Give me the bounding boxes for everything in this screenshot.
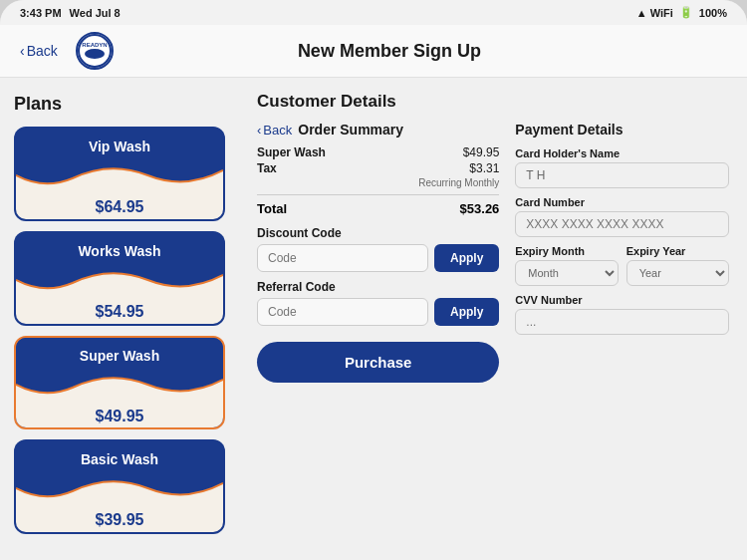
discount-code-label: Discount Code: [257, 226, 499, 240]
order-total-label: Total: [257, 201, 287, 216]
plan-wave-super: [16, 370, 223, 402]
referral-code-input-row: Apply: [257, 298, 499, 326]
payment-title: Payment Details: [515, 122, 729, 138]
svg-text:READYN: READYN: [82, 42, 107, 48]
order-super-wash-value: $49.95: [463, 145, 500, 159]
cardholder-label: Card Holder's Name: [515, 147, 729, 159]
plans-panel: Plans Vip Wash $64.95: [0, 78, 239, 560]
logo-circle: READYN: [76, 32, 114, 70]
plan-card-vip[interactable]: Vip Wash $64.95: [14, 127, 225, 221]
plan-name-super: Super Wash: [28, 348, 211, 370]
card-number-label: Card Number: [515, 196, 729, 208]
plan-header-vip: Vip Wash: [16, 129, 223, 160]
main-content: Plans Vip Wash $64.95: [0, 78, 747, 560]
plan-name-works: Works Wash: [28, 243, 211, 265]
svg-point-1: [85, 49, 105, 59]
cardholder-group: Card Holder's Name: [515, 147, 729, 188]
plan-card-super[interactable]: Super Wash $49.95: [14, 336, 225, 430]
chevron-left-icon: ‹: [20, 43, 25, 59]
back-label: Back: [27, 43, 58, 59]
order-summary-section: ‹ Back Order Summary Super Wash $49.95 T…: [257, 122, 499, 383]
order-line-tax: Tax $3.31: [257, 161, 499, 175]
order-tax-label: Tax: [257, 161, 277, 175]
cardholder-input[interactable]: [515, 162, 729, 188]
recurring-note: Recurring Monthly: [257, 177, 499, 188]
plan-price-section-works: $54.95: [16, 297, 223, 326]
discount-code-input-row: Apply: [257, 244, 499, 272]
order-divider: [257, 194, 499, 195]
back-button[interactable]: ‹ Back: [20, 43, 58, 59]
plan-price-section-vip: $64.95: [16, 192, 223, 221]
order-back-row: ‹ Back Order Summary: [257, 122, 499, 138]
plan-wave-vip: [16, 160, 223, 192]
battery-percent: 100%: [699, 7, 727, 19]
status-bar: 3:43 PM Wed Jul 8 ▲ WiFi 🔋 100%: [0, 0, 747, 25]
plan-price-section-super: $49.95: [16, 402, 223, 430]
expiry-year-col: Expiry Year Year 20242025202620272028: [626, 245, 729, 286]
status-time: 3:43 PM: [20, 7, 62, 19]
chevron-left-small-icon: ‹: [257, 123, 261, 138]
card-number-group: Card Number: [515, 196, 729, 237]
plan-wave-works: [16, 265, 223, 297]
discount-apply-button[interactable]: Apply: [434, 244, 499, 272]
referral-apply-button[interactable]: Apply: [434, 298, 499, 326]
customer-details-title: Customer Details: [257, 92, 729, 112]
battery-icon: 🔋: [679, 6, 693, 19]
plan-card-works[interactable]: Works Wash $54.95: [14, 231, 225, 326]
plan-header-basic: Basic Wash: [16, 441, 223, 473]
right-panel: Customer Details ‹ Back Order Summary Su…: [239, 78, 747, 560]
order-total-value: $53.26: [460, 201, 500, 216]
plan-price-super: $49.95: [24, 408, 215, 425]
plans-title: Plans: [14, 94, 225, 115]
nav-bar: ‹ Back READYN New Member Sign Up: [0, 25, 747, 78]
order-back-button[interactable]: ‹ Back: [257, 123, 292, 138]
plan-name-basic: Basic Wash: [28, 451, 211, 473]
order-line-super-wash: Super Wash $49.95: [257, 145, 499, 159]
card-number-input[interactable]: [515, 211, 729, 237]
referral-code-label: Referral Code: [257, 280, 499, 294]
expiry-month-select[interactable]: Month 01020304 05060708 09101112: [515, 260, 618, 286]
plan-header-works: Works Wash: [16, 233, 223, 265]
expiry-month-label: Expiry Month: [515, 245, 618, 257]
page-title: New Member Sign Up: [131, 41, 647, 62]
logo: READYN: [70, 33, 120, 69]
order-tax-value: $3.31: [469, 161, 499, 175]
order-super-wash-label: Super Wash: [257, 145, 326, 159]
plan-price-vip: $64.95: [24, 198, 215, 216]
discount-code-input[interactable]: [257, 244, 428, 272]
plan-price-works: $54.95: [24, 303, 215, 321]
plan-wave-basic: [16, 473, 223, 505]
order-back-label: Back: [263, 123, 292, 138]
plan-header-super: Super Wash: [16, 338, 223, 370]
status-date: Wed Jul 8: [70, 7, 121, 19]
cvv-label: CVV Number: [515, 294, 729, 306]
cvv-group: CVV Number: [515, 294, 729, 335]
order-summary-label: Order Summary: [298, 122, 403, 138]
referral-code-row: Referral Code Apply: [257, 280, 499, 326]
details-row: ‹ Back Order Summary Super Wash $49.95 T…: [257, 122, 729, 383]
discount-code-row: Discount Code Apply: [257, 226, 499, 272]
referral-code-input[interactable]: [257, 298, 428, 326]
cvv-input[interactable]: [515, 309, 729, 335]
plan-name-vip: Vip Wash: [28, 139, 211, 160]
wifi-icon: ▲ WiFi: [636, 7, 673, 19]
expiry-row: Expiry Month Month 01020304 05060708 091…: [515, 245, 729, 286]
purchase-button[interactable]: Purchase: [257, 342, 499, 383]
plan-price-basic: $39.95: [24, 511, 215, 529]
expiry-year-select[interactable]: Year 20242025202620272028: [626, 260, 729, 286]
payment-section: Payment Details Card Holder's Name Card …: [515, 122, 729, 383]
plan-card-basic[interactable]: Basic Wash $39.95: [14, 439, 225, 534]
expiry-month-col: Expiry Month Month 01020304 05060708 091…: [515, 245, 618, 286]
plan-price-section-basic: $39.95: [16, 505, 223, 534]
expiry-year-label: Expiry Year: [626, 245, 729, 257]
order-total: Total $53.26: [257, 201, 499, 216]
purchase-section: Purchase: [257, 334, 499, 383]
